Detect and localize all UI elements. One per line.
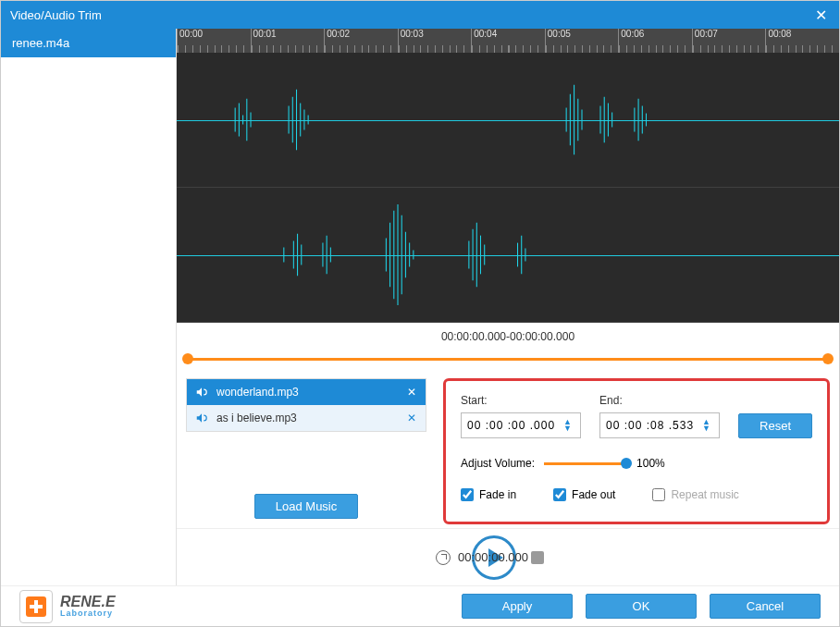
window: Video/Audio Trim ✕ renee.m4a 00:00 00:01…	[0, 0, 840, 627]
brand-logo: RENE.E Laboratory	[19, 590, 116, 623]
volume-row: Adjust Volume: 100%	[461, 457, 812, 470]
close-icon[interactable]: ✕	[811, 6, 830, 24]
apply-button[interactable]: Apply	[462, 594, 573, 619]
volume-value: 100%	[636, 457, 665, 470]
volume-thumb[interactable]	[621, 458, 632, 469]
music-name: wonderland.mp3	[216, 386, 398, 399]
checkbox-row: Fade in Fade out Repeat music	[461, 488, 812, 501]
music-name: as i believe.mp3	[216, 412, 398, 424]
range-handle-end[interactable]	[822, 353, 834, 364]
music-list: wonderland.mp3 ✕ as i believe.mp3 ✕	[186, 378, 426, 432]
end-label: End:	[599, 394, 720, 407]
waveform-icon	[177, 53, 839, 187]
speaker-icon	[194, 411, 209, 425]
lower-panel: wonderland.mp3 ✕ as i believe.mp3 ✕ Lo	[177, 373, 839, 528]
music-row[interactable]: wonderland.mp3 ✕	[187, 379, 426, 405]
main: 00:00 00:01 00:02 00:03 00:04 00:05 00:0…	[177, 29, 839, 585]
ruler-tick: 00:02	[324, 29, 398, 53]
titlebar: Video/Audio Trim ✕	[1, 1, 839, 29]
ruler-tick: 00:05	[545, 29, 619, 53]
ruler-tick: 00:06	[618, 29, 692, 53]
speaker-icon	[194, 385, 209, 400]
spinner-icon[interactable]: ▲▼	[563, 419, 574, 432]
end-time-input[interactable]: 00 :00 :08 .533 ▲▼	[599, 412, 720, 438]
time-row: Start: 00 :00 :00 .000 ▲▼ End: 00 :00 :0…	[461, 394, 812, 438]
window-title: Video/Audio Trim	[10, 8, 811, 22]
music-row[interactable]: as i believe.mp3 ✕	[187, 405, 426, 431]
volume-slider[interactable]	[544, 462, 627, 465]
logo-badge-icon	[19, 590, 53, 623]
repeat-music-checkbox[interactable]: Repeat music	[652, 488, 738, 501]
load-music-button[interactable]: Load Music	[254, 494, 358, 519]
ruler-tick: 00:03	[398, 29, 472, 53]
start-field: Start: 00 :00 :00 .000 ▲▼	[461, 394, 581, 438]
waveform-track-left	[177, 53, 839, 188]
volume-label: Adjust Volume:	[461, 457, 535, 470]
fade-in-checkbox[interactable]: Fade in	[461, 488, 516, 501]
range-handle-start[interactable]	[182, 353, 193, 364]
start-time-input[interactable]: 00 :00 :00 .000 ▲▼	[461, 412, 581, 438]
repeat-input[interactable]	[652, 488, 665, 501]
cancel-button[interactable]: Cancel	[710, 594, 821, 619]
sidebar-item-file[interactable]: renee.m4a	[1, 29, 176, 57]
spinner-icon[interactable]: ▲▼	[702, 419, 713, 432]
reset-button[interactable]: Reset	[738, 413, 812, 438]
fade-out-checkbox[interactable]: Fade out	[553, 488, 615, 501]
body: renee.m4a 00:00 00:01 00:02 00:03 00:04 …	[1, 29, 839, 585]
waveform-track-right	[177, 188, 839, 323]
waveform-icon	[177, 188, 839, 322]
settings-panel: Start: 00 :00 :00 .000 ▲▼ End: 00 :00 :0…	[443, 378, 830, 524]
ruler-tick: 00:01	[251, 29, 325, 53]
transport-bar: 00:00:00.000	[177, 528, 839, 585]
remove-music-icon[interactable]: ✕	[405, 412, 418, 424]
start-label: Start:	[461, 394, 581, 407]
ruler-tick: 00:07	[692, 29, 766, 53]
trim-range-slider[interactable]	[177, 345, 839, 373]
ruler-tick: 00:04	[471, 29, 545, 53]
fade-out-input[interactable]	[553, 488, 566, 501]
stop-button[interactable]	[531, 551, 544, 564]
time-ruler[interactable]: 00:00 00:01 00:02 00:03 00:04 00:05 00:0…	[177, 29, 839, 53]
footer: RENE.E Laboratory Apply OK Cancel	[1, 585, 839, 626]
waveform-area[interactable]	[177, 53, 839, 323]
ruler-tick: 00:08	[765, 29, 839, 53]
end-field: End: 00 :00 :08 .533 ▲▼	[599, 394, 720, 438]
ok-button[interactable]: OK	[586, 594, 697, 619]
fade-in-input[interactable]	[461, 488, 474, 501]
clock-icon	[436, 550, 451, 565]
range-time-label: 00:00:00.000-00:00:00.000	[177, 330, 839, 343]
ruler-tick: 00:00	[177, 29, 251, 53]
sidebar: renee.m4a	[1, 29, 177, 585]
playback-time: 00:00:00.000	[436, 550, 528, 565]
music-column: wonderland.mp3 ✕ as i believe.mp3 ✕ Lo	[186, 378, 426, 524]
remove-music-icon[interactable]: ✕	[405, 386, 418, 399]
